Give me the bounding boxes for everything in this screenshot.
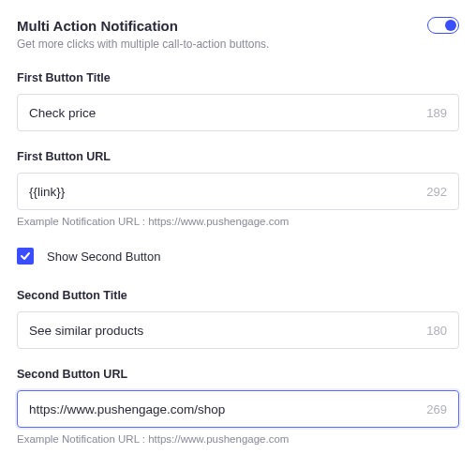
first-button-title-input-wrap: 189: [17, 94, 459, 131]
section-description: Get more clicks with multiple call-to-ac…: [17, 38, 459, 51]
first-button-title-label: First Button Title: [17, 71, 459, 84]
section-title: Multi Action Notification: [17, 18, 178, 34]
second-button-url-block: Second Button URL 269 Example Notificati…: [17, 368, 459, 445]
first-button-title-counter: 189: [426, 106, 447, 120]
second-button-url-counter: 269: [426, 402, 447, 416]
first-button-title-block: First Button Title 189: [17, 71, 459, 131]
second-button-url-helper: Example Notification URL : https://www.p…: [17, 433, 459, 445]
first-button-url-label: First Button URL: [17, 150, 459, 163]
show-second-button-row: Show Second Button: [17, 248, 459, 265]
second-button-url-input-wrap: 269: [17, 390, 459, 428]
show-second-button-checkbox[interactable]: [17, 248, 34, 265]
second-button-title-block: Second Button Title 180: [17, 289, 459, 349]
first-button-url-counter: 292: [426, 185, 447, 199]
section-header: Multi Action Notification: [17, 17, 459, 34]
first-button-url-block: First Button URL 292 Example Notificatio…: [17, 150, 459, 227]
second-button-title-counter: 180: [426, 324, 447, 338]
toggle-knob: [445, 20, 456, 31]
first-button-url-input-wrap: 292: [17, 173, 459, 210]
second-button-url-input[interactable]: [29, 402, 419, 416]
second-button-url-label: Second Button URL: [17, 368, 459, 381]
second-button-title-label: Second Button Title: [17, 289, 459, 302]
show-second-button-label: Show Second Button: [47, 250, 160, 264]
multi-action-toggle[interactable]: [427, 17, 459, 34]
first-button-url-input[interactable]: [29, 185, 419, 199]
second-button-title-input-wrap: 180: [17, 311, 459, 349]
first-button-title-input[interactable]: [29, 106, 419, 120]
first-button-url-helper: Example Notification URL : https://www.p…: [17, 216, 459, 227]
second-button-title-input[interactable]: [29, 324, 419, 338]
check-icon: [20, 250, 31, 262]
